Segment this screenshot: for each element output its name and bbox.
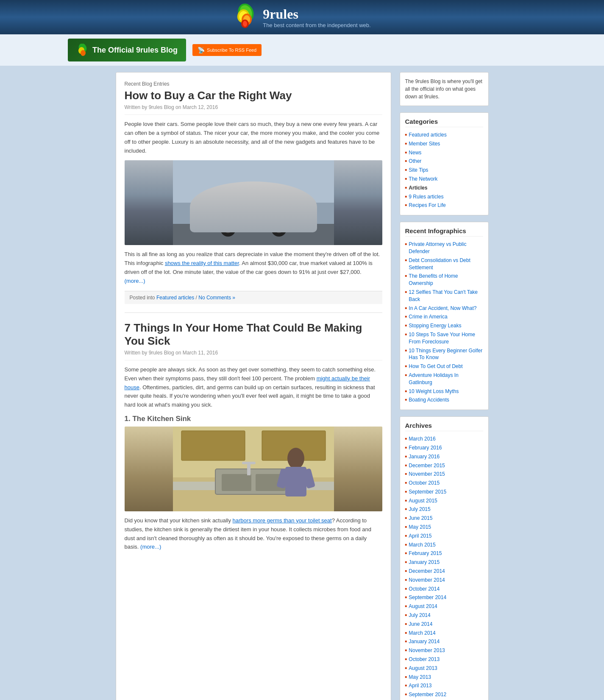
- svg-point-18: [220, 221, 236, 237]
- category-link[interactable]: Site Tips: [409, 167, 428, 174]
- svg-rect-17: [256, 192, 279, 207]
- archive-link[interactable]: June 2015: [409, 515, 432, 522]
- infographic-link[interactable]: 10 Things Every Beginner Golfer Has To K…: [409, 347, 483, 362]
- archive-link[interactable]: September 2015: [409, 488, 446, 496]
- infographic-link[interactable]: Private Attorney vs Public Defender: [409, 241, 483, 255]
- infographic-link[interactable]: Adventure Holidays In Gatlinburg: [409, 372, 483, 386]
- post-2-excerpt1: Some people are always sick. As soon as …: [125, 365, 382, 410]
- category-link[interactable]: Member Sites: [409, 140, 440, 148]
- archive-link[interactable]: May 2013: [409, 674, 431, 681]
- post-separator: [125, 312, 382, 313]
- list-item: Featured articles: [405, 131, 483, 139]
- category-link[interactable]: Recipes For Life: [409, 202, 445, 209]
- car-handshake-illustration: [125, 160, 382, 245]
- list-item: January 2014: [405, 637, 483, 646]
- infographic-link[interactable]: Crime in America: [409, 313, 447, 321]
- infographic-link[interactable]: How To Get Out of Debt: [409, 363, 462, 370]
- infographics-list: Private Attorney vs Public DefenderDebt …: [405, 240, 483, 404]
- post-1-inline-link[interactable]: shows the reality of this matter: [165, 260, 239, 266]
- infographic-link[interactable]: 12 Selfies That You Can't Take Back: [409, 289, 483, 303]
- svg-rect-13: [173, 224, 334, 245]
- archive-link[interactable]: September 2014: [409, 594, 446, 601]
- svg-rect-12: [173, 160, 334, 203]
- infographic-link[interactable]: 10 Weight Loss Myths: [409, 388, 459, 395]
- post-1-comments-link[interactable]: No Comments »: [198, 295, 235, 301]
- svg-point-21: [275, 225, 283, 233]
- svg-rect-35: [242, 462, 256, 464]
- category-link[interactable]: Featured articles: [409, 131, 446, 139]
- banner-bar: The Official 9rules Blog 📡 Subscribe To …: [0, 34, 604, 66]
- list-item: 10 Steps To Save Your Home From Foreclos…: [405, 330, 483, 346]
- list-item: April 2013: [405, 681, 483, 690]
- list-item: October 2014: [405, 585, 483, 594]
- archive-link[interactable]: December 2014: [409, 568, 445, 575]
- infographic-link[interactable]: Stopping Energy Leaks: [409, 322, 461, 329]
- archive-link[interactable]: September 2012: [409, 691, 446, 698]
- archive-link[interactable]: March 2015: [409, 541, 435, 549]
- blog-banner: The Official 9rules Blog: [68, 39, 186, 61]
- list-item: Adventure Holidays In Gatlinburg: [405, 371, 483, 387]
- rss-subscribe-button[interactable]: 📡 Subscribe To RSS Feed: [192, 44, 262, 56]
- svg-rect-25: [267, 204, 271, 205]
- post-1-category-link[interactable]: Featured articles: [156, 295, 194, 301]
- category-link[interactable]: 9 Rules articles: [409, 193, 443, 201]
- list-item: August 2014: [405, 602, 483, 611]
- infographic-link[interactable]: Boating Accidents: [409, 396, 449, 404]
- archive-link[interactable]: November 2015: [409, 471, 445, 478]
- archive-link[interactable]: November 2014: [409, 577, 445, 584]
- list-item: 10 Things Every Beginner Golfer Has To K…: [405, 346, 483, 363]
- category-link[interactable]: The Network: [409, 176, 437, 183]
- list-item: Articles: [405, 184, 483, 192]
- sidebar-archives-section: Archives March 2016February 2016January …: [400, 416, 489, 700]
- infographic-link[interactable]: The Benefits of Home Ownership: [409, 273, 483, 287]
- archive-link[interactable]: October 2015: [409, 480, 440, 487]
- archive-link[interactable]: May 2015: [409, 524, 431, 531]
- list-item: Other: [405, 157, 483, 166]
- archive-link[interactable]: November 2013: [409, 647, 445, 654]
- archive-link[interactable]: July 2015: [409, 506, 430, 513]
- site-header: 9rules The best content from the indepen…: [0, 0, 604, 34]
- archive-link[interactable]: December 2015: [409, 462, 445, 469]
- recent-label: Recent Blog Entries: [125, 81, 382, 87]
- list-item: February 2015: [405, 549, 483, 558]
- list-item: September 2015: [405, 488, 483, 496]
- infographic-link[interactable]: Debt Consolidation vs Debt Settlement: [409, 257, 483, 271]
- archive-link[interactable]: April 2015: [409, 533, 431, 540]
- archive-link[interactable]: October 2014: [409, 586, 440, 593]
- archive-link[interactable]: February 2015: [409, 550, 442, 557]
- rss-icon: 📡: [198, 47, 205, 53]
- list-item: July 2015: [405, 505, 483, 514]
- category-link[interactable]: Other: [409, 158, 421, 165]
- post-1-meta: Written by 9rules Blog on March 12, 2016: [125, 104, 382, 115]
- archive-link[interactable]: March 2014: [409, 630, 435, 637]
- category-link[interactable]: Articles: [409, 184, 427, 192]
- post-1-footer: Posted into Featured articles / No Comme…: [125, 291, 382, 304]
- post-1-more-link[interactable]: (more...): [125, 278, 145, 284]
- svg-rect-23: [255, 210, 269, 219]
- list-item: April 2015: [405, 532, 483, 541]
- post-2-inline-link2[interactable]: harbors more germs than your toilet seat: [233, 517, 332, 524]
- archive-link[interactable]: January 2016: [409, 453, 440, 460]
- svg-rect-34: [247, 463, 251, 475]
- infographic-link[interactable]: 10 Steps To Save Your Home From Foreclos…: [409, 331, 483, 346]
- archive-link[interactable]: January 2015: [409, 559, 440, 566]
- infographic-link[interactable]: In A Car Accident, Now What?: [409, 305, 476, 312]
- list-item: December 2015: [405, 461, 483, 470]
- list-item: Member Sites: [405, 139, 483, 148]
- archive-link[interactable]: August 2015: [409, 497, 437, 505]
- archive-link[interactable]: October 2013: [409, 656, 440, 663]
- list-item: Debt Consolidation vs Debt Settlement: [405, 256, 483, 272]
- archive-link[interactable]: June 2014: [409, 621, 432, 628]
- categories-heading: Categories: [405, 118, 483, 127]
- archive-link[interactable]: January 2014: [409, 638, 440, 645]
- svg-rect-28: [181, 431, 245, 460]
- archive-link[interactable]: February 2016: [409, 444, 442, 452]
- archive-link[interactable]: August 2014: [409, 603, 437, 610]
- svg-rect-22: [238, 210, 252, 219]
- post-2-more-link[interactable]: (more...): [140, 544, 161, 550]
- archive-link[interactable]: July 2014: [409, 612, 430, 619]
- archive-link[interactable]: April 2013: [409, 682, 431, 689]
- archive-link[interactable]: March 2016: [409, 435, 435, 443]
- archive-link[interactable]: August 2013: [409, 665, 437, 672]
- category-link[interactable]: News: [409, 149, 421, 156]
